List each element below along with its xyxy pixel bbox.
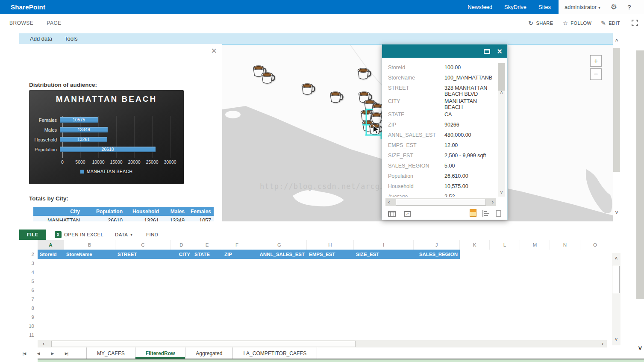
open-in-excel-button[interactable]: X OPEN IN EXCEL (55, 231, 103, 238)
suite-nav-item[interactable]: SkyDrive (504, 0, 526, 14)
ribbon-action[interactable]: ✎ EDIT (601, 20, 620, 26)
row-header[interactable]: 9 (17, 313, 34, 322)
scroll-right-icon[interactable]: › (492, 199, 494, 205)
browser-scrollbar[interactable] (636, 50, 644, 299)
popup-horizontal-scrollbar[interactable]: ‹ › (385, 198, 496, 206)
header-cell[interactable]: ZIP (222, 250, 252, 259)
focus-mode-icon[interactable] (632, 20, 638, 28)
column-header[interactable]: A (38, 240, 64, 250)
sheet-horizontal-scrollbar[interactable]: ‹ › (38, 340, 607, 347)
row-header[interactable]: 8 (17, 304, 34, 313)
ribbon-tab[interactable]: PAGE (47, 20, 61, 26)
tab-nav-arrow-icon[interactable]: |◀ (17, 351, 31, 356)
attribute-table-icon[interactable] (388, 211, 396, 217)
scrollbar-thumb[interactable] (613, 266, 620, 293)
column-header[interactable]: H (307, 240, 354, 250)
column-header[interactable]: D (171, 240, 192, 250)
map-toolbar-item[interactable]: Add data (30, 35, 52, 42)
close-icon[interactable]: × (211, 47, 217, 55)
data-menu-button[interactable]: DATA ▾ (115, 232, 132, 237)
scroll-down-icon[interactable]: ˅ (612, 337, 620, 343)
column-header[interactable]: B (64, 240, 115, 250)
gear-icon[interactable]: ⚙ (611, 3, 617, 12)
row-header[interactable]: 11 (17, 331, 34, 340)
page-scrollbar[interactable]: ˄ ˅ (613, 36, 620, 216)
header-cell[interactable]: ANNL_SALES_EST (252, 250, 307, 259)
scrollbar-thumb[interactable] (613, 48, 620, 172)
suite-nav-item[interactable]: Newsfeed (468, 0, 492, 14)
column-header[interactable]: O (580, 240, 610, 250)
scroll-down-icon[interactable]: ˅ (636, 344, 644, 352)
chart-bar-row: Females10575 (29, 115, 184, 125)
tab-nav-arrow-icon[interactable]: ▶ (45, 351, 59, 356)
scroll-left-icon[interactable]: ‹ (43, 341, 44, 347)
totals-header-cell: Household (125, 207, 162, 216)
sheet-tab[interactable]: FilteredRow (135, 347, 186, 359)
legend-label: MANHATTAN BEACH (87, 169, 132, 174)
zoom-in-button[interactable]: + (590, 55, 602, 67)
find-button[interactable]: FIND (146, 232, 158, 237)
row-header[interactable]: 10 (17, 322, 34, 331)
coffee-cup-marker[interactable] (327, 89, 344, 105)
row-header[interactable]: 5 (17, 277, 34, 286)
graph-view-icon[interactable] (482, 210, 490, 217)
zoom-to-icon[interactable]: ↗ (404, 211, 411, 217)
header-cell[interactable]: EMPS_EST (307, 250, 354, 259)
card-view-icon[interactable] (470, 209, 476, 217)
ribbon-action[interactable]: ☆ FOLLOW (562, 20, 591, 26)
sheet-vertical-scrollbar[interactable]: ˄ ˅ (612, 253, 620, 345)
close-icon[interactable]: × (497, 47, 502, 55)
scroll-left-icon[interactable]: ‹ (388, 199, 390, 205)
user-menu[interactable]: administrator▾ (565, 4, 600, 10)
column-header[interactable]: I (354, 240, 414, 250)
column-header[interactable]: K (460, 240, 490, 250)
scrollbar-thumb[interactable] (51, 341, 356, 347)
column-header[interactable]: M (520, 240, 550, 250)
row-header[interactable]: 3 (17, 259, 34, 268)
header-cell[interactable]: SIZE_EST (354, 250, 414, 259)
header-cell[interactable]: CITY (171, 250, 192, 259)
blank-page-icon[interactable] (496, 210, 501, 217)
row-header[interactable]: 2 (17, 250, 34, 259)
scroll-up-icon[interactable]: ˄ (498, 90, 505, 96)
scroll-up-icon[interactable]: ˄ (613, 37, 620, 44)
coffee-cup-marker[interactable] (355, 66, 371, 81)
header-cell[interactable]: STREET (115, 250, 171, 259)
coffee-cup-marker[interactable] (259, 70, 275, 85)
column-header[interactable]: J (414, 240, 460, 250)
column-header[interactable]: N (550, 240, 580, 250)
scroll-right-icon[interactable]: › (602, 341, 603, 347)
help-icon[interactable]: ? (627, 3, 631, 11)
ribbon-action[interactable]: ↻ SHARE (528, 20, 553, 26)
header-cell[interactable]: StoreId (38, 250, 64, 259)
column-header[interactable]: E (192, 240, 222, 250)
scrollbar-thumb[interactable] (498, 63, 505, 91)
column-header[interactable]: C (115, 240, 171, 250)
row-header[interactable]: 4 (17, 268, 34, 277)
scroll-up-icon[interactable]: ˄ (612, 256, 620, 262)
coffee-cup-marker[interactable] (299, 81, 315, 97)
row-header[interactable]: 6 (17, 286, 34, 295)
tab-nav-arrow-icon[interactable]: ▶| (59, 351, 74, 356)
scrollbar-thumb[interactable] (396, 199, 486, 206)
scroll-down-icon[interactable]: ˅ (613, 209, 620, 216)
header-cell[interactable]: SALES_REGION (414, 250, 460, 259)
zoom-out-button[interactable]: − (590, 68, 602, 80)
popup-vertical-scrollbar[interactable]: ˄ ˅ (498, 63, 505, 197)
map-toolbar-item[interactable]: Tools (65, 35, 77, 42)
tab-nav-arrow-icon[interactable]: ◀ (31, 351, 45, 356)
ribbon-tab[interactable]: BROWSE (9, 20, 33, 26)
column-header[interactable]: G (252, 240, 307, 250)
sheet-tab[interactable]: Aggregated (185, 347, 233, 359)
sheet-tab[interactable]: LA_COMPETITOR_CAFES (233, 347, 317, 359)
header-cell[interactable]: StoreName (64, 250, 115, 259)
maximize-icon[interactable] (484, 49, 490, 54)
header-cell[interactable]: STATE (192, 250, 222, 259)
row-header[interactable]: 7 (17, 295, 34, 304)
suite-nav-item[interactable]: Sites (538, 0, 551, 14)
scroll-down-icon[interactable]: ˅ (498, 190, 505, 196)
column-header[interactable]: L (490, 240, 520, 250)
sheet-tab[interactable]: MY_CAFES (86, 347, 135, 359)
file-button[interactable]: FILE (19, 230, 46, 240)
column-header[interactable]: F (222, 240, 252, 250)
